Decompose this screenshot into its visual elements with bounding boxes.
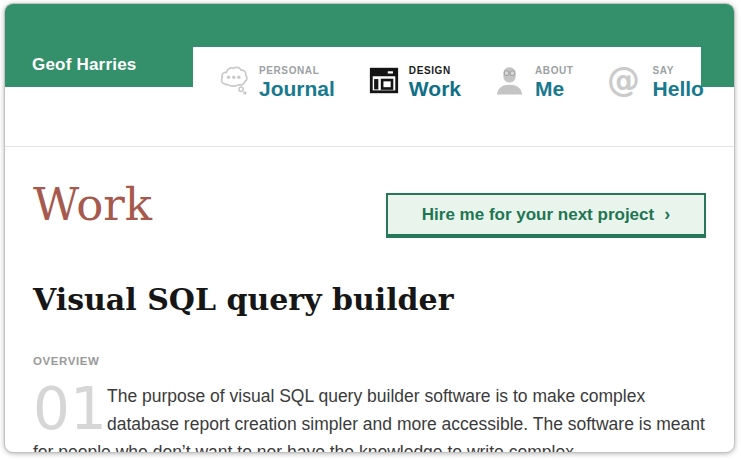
nav-kicker: ABOUT <box>535 64 574 77</box>
nav-label: Journal <box>259 78 335 99</box>
person-icon <box>494 64 526 97</box>
design-window-icon <box>368 64 400 97</box>
nav-item-me[interactable]: ABOUT Me <box>494 64 574 146</box>
nav-item-journal[interactable]: PERSONAL Journal <box>218 64 335 146</box>
chevron-right-icon: › <box>664 204 670 225</box>
nav-kicker: DESIGN <box>409 64 461 77</box>
nav-item-hello[interactable]: @ SAY Hello <box>607 64 704 146</box>
nav-label: Work <box>409 78 461 99</box>
svg-text:@: @ <box>607 64 640 97</box>
overview-paragraph: The purpose of visual SQL query builder … <box>33 382 706 453</box>
article-title: Visual SQL query builder <box>33 284 706 315</box>
nav-item-work[interactable]: DESIGN Work <box>368 64 461 146</box>
hire-me-label: Hire me for your next project <box>422 205 654 225</box>
hire-me-button[interactable]: Hire me for your next project › <box>386 193 706 238</box>
nav-label: Me <box>535 78 574 99</box>
nav-kicker: SAY <box>653 64 704 77</box>
thought-bubble-icon <box>218 64 250 97</box>
item-number: 01 <box>33 382 107 438</box>
nav-label: Hello <box>653 78 704 99</box>
nav-kicker: PERSONAL <box>259 64 335 77</box>
page-content: Work Hire me for your next project › Vis… <box>5 147 734 452</box>
main-nav: PERSONAL Journal DESIGN Work <box>193 47 701 146</box>
site-logo[interactable]: Geof Harries <box>32 55 136 75</box>
overview-block: 01 The purpose of visual SQL query build… <box>33 382 706 453</box>
section-label-overview: OVERVIEW <box>33 355 706 368</box>
window-frame: Geof Harries PERSONAL Journal <box>4 3 735 453</box>
at-sign-icon: @ <box>607 64 644 97</box>
